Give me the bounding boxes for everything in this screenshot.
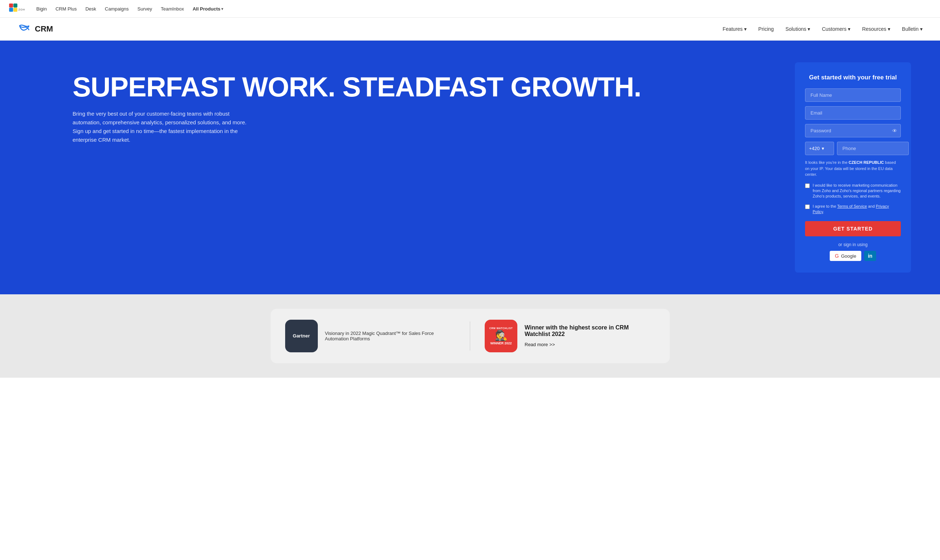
phone-field[interactable] <box>837 142 909 155</box>
password-field[interactable] <box>805 124 901 137</box>
topbar-crm-plus[interactable]: CRM Plus <box>56 6 77 12</box>
signup-form-heading: Get started with your free trial <box>805 74 901 81</box>
location-country: CZECH REPUBLIC <box>849 160 884 165</box>
nav-bulletin[interactable]: Bulletin ▾ <box>902 26 923 32</box>
social-signin-row: G Google in <box>805 251 901 261</box>
nav-solutions[interactable]: Solutions ▾ <box>786 26 810 32</box>
marketing-checkbox[interactable] <box>805 183 810 188</box>
topbar-campaigns[interactable]: Campaigns <box>105 6 129 12</box>
svg-text:ZOHO: ZOHO <box>18 8 25 11</box>
read-more-link[interactable]: Read more >> <box>525 342 555 347</box>
crm-watchlist-title: Winner with the highest score in CRM Wat… <box>525 325 655 337</box>
awards-inner: Gartner Visionary in 2022 Magic Quadrant… <box>271 309 670 363</box>
hero-title: SUPERFAST WORK. STEADFAST GROWTH. <box>73 73 773 101</box>
crm-watchlist-year: WINNER 2022 <box>490 342 511 345</box>
google-signin-button[interactable]: G Google <box>830 251 861 261</box>
signup-form-card: Get started with your free trial 👁 +420 … <box>795 62 911 272</box>
marketing-label: I would like to receive marketing commun… <box>813 183 901 199</box>
google-icon: G <box>835 253 839 259</box>
marketing-checkbox-row: I would like to receive marketing commun… <box>805 183 901 199</box>
location-notice: It looks like you're in the CZECH REPUBL… <box>805 160 901 178</box>
topbar-teaminbox[interactable]: TeamInbox <box>161 6 184 12</box>
features-chevron-icon: ▾ <box>744 26 747 32</box>
country-code-chevron-icon: ▾ <box>822 146 824 151</box>
full-name-field[interactable] <box>805 88 901 102</box>
password-row: 👁 <box>805 124 901 137</box>
awards-divider <box>470 322 470 351</box>
svg-rect-3 <box>14 8 17 12</box>
country-code-select[interactable]: +420 ▾ <box>805 142 834 155</box>
password-eye-icon[interactable]: 👁 <box>892 128 897 134</box>
svg-rect-0 <box>9 4 13 7</box>
or-signin-text: or sign in using <box>805 242 901 247</box>
hero-content: SUPERFAST WORK. STEADFAST GROWTH. Bring … <box>73 62 773 144</box>
crm-logo[interactable]: CRM <box>17 22 53 36</box>
terms-checkbox[interactable] <box>805 205 810 209</box>
gartner-award-item: Gartner Visionary in 2022 Magic Quadrant… <box>285 320 456 352</box>
phone-row: +420 ▾ <box>805 142 901 155</box>
nav-pricing[interactable]: Pricing <box>758 26 774 32</box>
crm-watchlist-badge-title: CRM WATCHLIST <box>489 327 513 329</box>
gartner-title: Visionary in 2022 Magic Quadrant™ for Sa… <box>325 331 456 342</box>
svg-rect-1 <box>14 4 17 7</box>
awards-section: Gartner Visionary in 2022 Magic Quadrant… <box>0 294 940 378</box>
bulletin-chevron-icon: ▾ <box>920 26 923 32</box>
terms-of-service-link[interactable]: Terms of Service <box>837 204 867 208</box>
crm-watchlist-award-item: CRM WATCHLIST 🕵️ WINNER 2022 Winner with… <box>485 320 655 352</box>
all-products-chevron-icon: ▾ <box>221 7 223 11</box>
main-nav: CRM Features ▾ Pricing Solutions ▾ Custo… <box>0 18 940 41</box>
terms-checkbox-row: I agree to the Terms of Service and Priv… <box>805 204 901 215</box>
gartner-badge: Gartner <box>285 320 318 352</box>
topbar-all-products[interactable]: All Products ▾ <box>193 6 224 12</box>
crm-watchlist-award-text: Winner with the highest score in CRM Wat… <box>525 325 655 348</box>
solutions-chevron-icon: ▾ <box>807 26 810 32</box>
hero-section: SUPERFAST WORK. STEADFAST GROWTH. Bring … <box>0 41 940 294</box>
topbar-bigin[interactable]: Bigin <box>36 6 47 12</box>
topbar-nav: Bigin CRM Plus Desk Campaigns Survey Tea… <box>36 6 223 12</box>
svg-rect-2 <box>9 8 13 12</box>
customers-chevron-icon: ▾ <box>848 26 850 32</box>
crm-watchlist-badge: CRM WATCHLIST 🕵️ WINNER 2022 <box>485 320 517 352</box>
nav-customers[interactable]: Customers ▾ <box>822 26 850 32</box>
get-started-button[interactable]: GET STARTED <box>805 221 901 236</box>
email-field[interactable] <box>805 106 901 120</box>
gartner-award-text: Visionary in 2022 Magic Quadrant™ for Sa… <box>325 331 456 342</box>
nav-features[interactable]: Features ▾ <box>723 26 747 32</box>
nav-resources[interactable]: Resources ▾ <box>862 26 890 32</box>
crm-logo-icon <box>17 22 31 36</box>
crm-logo-text: CRM <box>35 24 53 34</box>
zoho-logo[interactable]: ZOHO <box>9 3 25 14</box>
top-bar: ZOHO Bigin CRM Plus Desk Campaigns Surve… <box>0 0 940 18</box>
topbar-survey[interactable]: Survey <box>137 6 152 12</box>
svg-rect-5 <box>17 22 31 34</box>
terms-label: I agree to the Terms of Service and Priv… <box>813 204 901 215</box>
main-nav-links: Features ▾ Pricing Solutions ▾ Customers… <box>723 26 923 32</box>
resources-chevron-icon: ▾ <box>888 26 890 32</box>
glasses-icon: 🕵️ <box>495 329 508 342</box>
topbar-desk[interactable]: Desk <box>85 6 96 12</box>
hero-subtitle: Bring the very best out of your customer… <box>73 109 247 144</box>
linkedin-signin-button[interactable]: in <box>864 251 876 261</box>
